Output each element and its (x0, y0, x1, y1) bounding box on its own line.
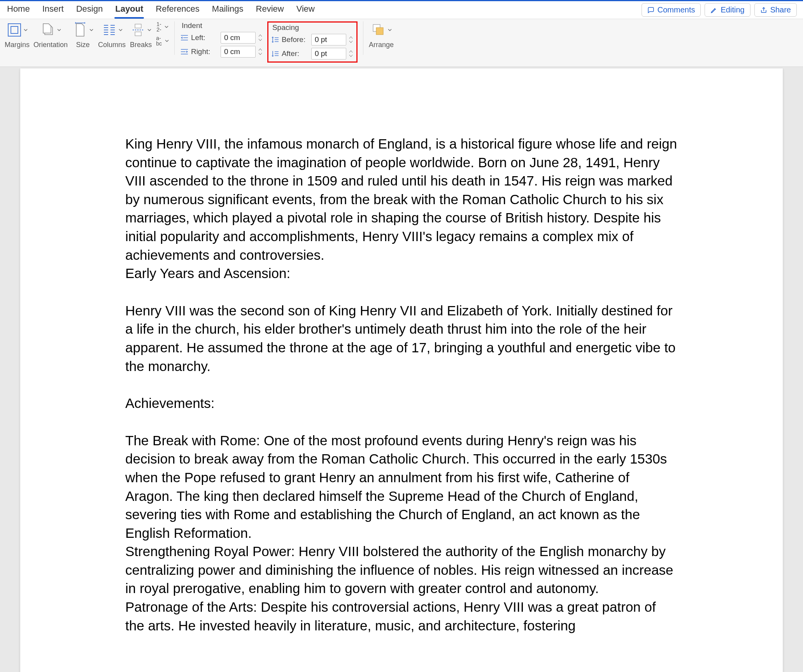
spacing-before-decrease[interactable] (349, 40, 354, 44)
group-indent: Indent Left: Right: (180, 21, 263, 58)
document-viewport: King Henry VIII, the infamous monarch of… (0, 67, 803, 672)
paragraph[interactable]: Henry VIII was the second son of King He… (125, 301, 678, 375)
spacing-before-icon (271, 35, 279, 44)
chevron-down-icon (57, 28, 61, 32)
chevron-down-icon (165, 25, 168, 29)
comments-button[interactable]: Comments (642, 3, 701, 17)
line-numbers-icon: 1- 2- (156, 21, 161, 32)
orientation-label: Orientation (33, 41, 68, 49)
breaks-icon (130, 22, 146, 38)
breaks-label: Breaks (130, 41, 152, 49)
group-arrange: Arrange (369, 21, 394, 49)
blank-line (125, 413, 678, 431)
blank-line (125, 283, 678, 301)
indent-left-icon (180, 33, 189, 42)
tab-insert[interactable]: Insert (42, 2, 65, 18)
tab-mailings[interactable]: Mailings (211, 2, 244, 18)
share-icon (760, 7, 767, 14)
size-button[interactable] (72, 21, 94, 38)
separator (174, 21, 175, 55)
ribbon-tabs: Home Insert Design Layout References Mai… (6, 2, 316, 18)
pencil-icon (710, 7, 717, 14)
orientation-button[interactable] (39, 21, 62, 38)
hyphenation-icon: a- bc (156, 35, 162, 46)
svg-rect-12 (135, 24, 141, 28)
group-breaks: Breaks (130, 21, 152, 49)
paragraph[interactable]: Patronage of the Arts: Despite his contr… (125, 598, 678, 635)
chevron-down-icon (388, 28, 392, 32)
spacing-after-icon (271, 49, 279, 58)
svg-rect-1 (11, 26, 18, 33)
group-spacing: Spacing Before: After: (271, 23, 354, 60)
tab-view[interactable]: View (296, 2, 316, 18)
chevron-down-icon (119, 28, 123, 32)
editing-label: Editing (721, 5, 744, 14)
spacing-highlight-box: Spacing Before: After: (267, 21, 358, 63)
ribbon-layout: Margins Orientation Size Columns (0, 19, 803, 67)
indent-right-increase[interactable] (258, 47, 263, 52)
editing-button[interactable]: Editing (705, 3, 750, 17)
indent-left-label: Left: (191, 33, 218, 42)
blank-line (125, 375, 678, 394)
size-label: Size (76, 41, 90, 49)
orientation-icon (40, 22, 56, 38)
tab-design[interactable]: Design (75, 2, 103, 18)
indent-right-decrease[interactable] (258, 52, 263, 56)
arrange-button[interactable] (370, 21, 393, 38)
indent-title: Indent (180, 21, 202, 30)
comment-icon (647, 7, 654, 14)
spacing-after-decrease[interactable] (349, 54, 354, 58)
share-button[interactable]: Share (754, 3, 797, 17)
indent-right-input[interactable] (221, 46, 256, 58)
share-label: Share (770, 5, 791, 14)
tab-home[interactable]: Home (6, 2, 31, 18)
spacing-after-input[interactable] (311, 48, 346, 60)
margins-label: Margins (5, 41, 30, 49)
arrange-label: Arrange (369, 41, 394, 49)
line-numbers-button[interactable]: 1- 2- (156, 21, 168, 32)
tab-references[interactable]: References (155, 2, 200, 18)
hyphenation-button[interactable]: a- bc (156, 35, 169, 46)
comments-label: Comments (657, 5, 695, 14)
group-small-right: 1- 2- a- bc (156, 21, 169, 46)
chevron-down-icon (165, 39, 169, 43)
arrange-icon (371, 22, 386, 38)
top-right-actions: Comments Editing Share (642, 3, 797, 17)
tab-review[interactable]: Review (255, 2, 285, 18)
columns-button[interactable] (101, 21, 123, 38)
tab-layout[interactable]: Layout (114, 2, 144, 18)
paragraph[interactable]: Achievements: (125, 394, 678, 413)
size-icon (72, 22, 88, 38)
group-columns: Columns (98, 21, 126, 49)
separator (363, 21, 363, 55)
chevron-down-icon (89, 28, 93, 32)
svg-rect-28 (376, 28, 383, 35)
margins-icon (7, 22, 22, 38)
breaks-button[interactable] (130, 21, 152, 38)
chevron-down-icon (147, 28, 151, 32)
paragraph[interactable]: Strengthening Royal Power: Henry VIII bo… (125, 542, 678, 598)
group-size: Size (72, 21, 94, 49)
spacing-before-label: Before: (282, 35, 309, 44)
margins-button[interactable] (6, 21, 28, 38)
spacing-before-input[interactable] (311, 34, 346, 46)
indent-right-icon (180, 47, 189, 56)
spacing-before-increase[interactable] (349, 35, 354, 40)
paragraph[interactable]: King Henry VIII, the infamous monarch of… (125, 135, 678, 264)
spacing-title: Spacing (271, 23, 299, 32)
spacing-after-label: After: (282, 49, 309, 58)
paragraph[interactable]: The Break with Rome: One of the most pro… (125, 431, 678, 542)
chevron-down-icon (24, 28, 28, 32)
svg-rect-13 (135, 32, 141, 36)
paragraph[interactable]: Early Years and Ascension: (125, 264, 678, 283)
group-orientation: Orientation (33, 21, 68, 49)
columns-icon (102, 22, 117, 38)
spacing-after-increase[interactable] (349, 49, 354, 54)
group-margins: Margins (5, 21, 30, 49)
indent-right-label: Right: (191, 47, 218, 56)
ribbon-tabs-bar: Home Insert Design Layout References Mai… (0, 1, 803, 19)
indent-left-increase[interactable] (258, 33, 263, 38)
indent-left-decrease[interactable] (258, 38, 263, 42)
indent-left-input[interactable] (221, 32, 256, 44)
document-page[interactable]: King Henry VIII, the infamous monarch of… (20, 68, 783, 672)
